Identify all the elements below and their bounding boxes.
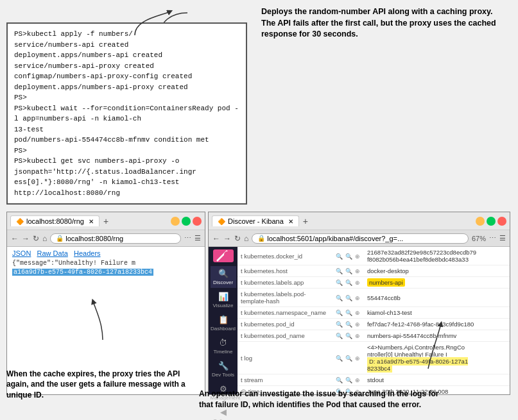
table-row: t stream 🔍 🔍 ⊕ stdout [237, 374, 510, 386]
browser-left-address-bar: ← → ↻ ⌂ 🔒 localhost:8080/rng ⋯ ☰ [7, 230, 205, 247]
sidebar-item-visualize[interactable]: 📊 Visualize [211, 289, 236, 311]
browser-left-tab-label: localhost:8080/rng [26, 217, 84, 225]
url-box-left[interactable]: 🔒 localhost:8080/rng [50, 233, 181, 244]
plus-icon-5[interactable]: ⊕ [355, 310, 360, 316]
sidebar-item-discover[interactable]: 🔍 Discover [211, 266, 236, 288]
plus-icon-8[interactable]: ⊕ [355, 355, 360, 362]
minimize-btn-left[interactable] [171, 217, 180, 226]
field-value-stream: stdout [364, 374, 510, 386]
browser-left-chrome: 🔶 localhost:8080/rng ✕ + [7, 212, 205, 230]
kibana-fields-table: t kubernetes.docker_id 🔍 🔍 ⊕ 21687e32ad8… [237, 247, 510, 394]
menu-btn-right[interactable]: ⋯ [489, 234, 496, 242]
plus-icon-2[interactable]: ⊕ [355, 268, 360, 274]
sidebar-item-devtools[interactable]: 🔧 Dev Tools [211, 358, 236, 380]
terminal-line-ps1: PS> [14, 92, 239, 103]
new-tab-btn-right[interactable]: + [303, 216, 308, 226]
close-btn-left[interactable] [193, 217, 202, 226]
terminal-line-7: PS>kubectl wait --for=condition=Containe… [14, 103, 239, 124]
field-pod-name: t kubernetes.pod_name [237, 330, 332, 342]
url-box-right[interactable]: 🔒 localhost:5601/app/kibana#/discover?_g… [252, 233, 469, 244]
magnify-icon-18[interactable]: 🔍 [345, 377, 352, 383]
magnify-icon-3[interactable]: 🔍 [336, 268, 343, 274]
tab-close-left[interactable]: ✕ [89, 218, 94, 225]
discover-icon: 🔍 [211, 269, 236, 278]
browser-right-address-bar: ← → ↻ ⌂ 🔒 localhost:5601/app/kibana#/dis… [209, 230, 510, 247]
kibana-main-content: t kubernetes.docker_id 🔍 🔍 ⊕ 21687e32ad8… [237, 247, 510, 394]
forward-btn-right[interactable]: → [223, 234, 231, 243]
terminal-line-11: ess[0].*}:8080/rng' -n kiamol-ch13-test [14, 177, 239, 188]
magnify-icon-17[interactable]: 🔍 [336, 377, 343, 383]
close-btn-right[interactable] [497, 217, 506, 226]
field-pod-hash: t kubernetes.labels.pod-template-hash [237, 289, 332, 307]
top-annotation-text: Deploys the random-number API along with… [261, 7, 496, 38]
field-value-docker-id: 21687e32ad82f29e98c57223cd8ecdb79f8082b0… [364, 247, 510, 265]
maximize-btn-right[interactable] [487, 217, 496, 226]
home-btn-left[interactable]: ⌂ [42, 234, 47, 243]
win-controls-right [476, 217, 506, 226]
terminal-line-2: service/numbers-api service/numbers-api … [14, 40, 239, 51]
browser-right-tab-label: Discover - Kibana [228, 217, 284, 225]
back-btn-left[interactable]: ← [11, 234, 19, 243]
headers-link[interactable]: Headers [74, 249, 101, 257]
field-host: t kubernetes.host [237, 265, 332, 277]
magnify-icon-13[interactable]: 🔍 [336, 333, 343, 339]
magnify-icon-5[interactable]: 🔍 [336, 280, 343, 286]
magnify-icon-14[interactable]: 🔍 [345, 333, 352, 339]
table-row: t kubernetes.labels.pod-template-hash 🔍 … [237, 289, 510, 307]
magnify-icon-11[interactable]: 🔍 [336, 321, 343, 328]
back-btn-right[interactable]: ← [212, 234, 220, 243]
sidebar-item-timeline[interactable]: ⏱ Timeline [211, 335, 236, 357]
forward-btn-left[interactable]: → [22, 234, 30, 243]
url-text-right: localhost:5601/app/kibana#/discover?_g=.… [267, 235, 403, 242]
terminal-line-4: service/numbers-api-proxy created [14, 61, 239, 72]
maximize-btn-left[interactable] [182, 217, 191, 226]
tab-close-right[interactable]: ✕ [288, 218, 293, 225]
kibana-favicon-left: 🔶 [16, 218, 24, 225]
sidebar-btn-left[interactable]: ☰ [194, 234, 201, 242]
sidebar-visualize-label: Visualize [213, 303, 234, 308]
minimize-btn-right[interactable] [476, 217, 485, 226]
plus-icon-1[interactable]: ⊕ [355, 253, 360, 260]
magnify-icon-4[interactable]: 🔍 [345, 268, 352, 274]
sidebar-btn-right[interactable]: ☰ [499, 234, 506, 242]
field-pod-id: t kubernetes.pod_id [237, 319, 332, 330]
magnify-icon-8[interactable]: 🔍 [345, 295, 352, 301]
magnify-icon-1[interactable]: 🔍 [336, 253, 343, 260]
menu-btn-left[interactable]: ⋯ [184, 234, 191, 242]
magnify-icon-12[interactable]: 🔍 [345, 321, 352, 328]
plus-icon-4[interactable]: ⊕ [355, 295, 360, 301]
kibana-favicon: 🔶 [218, 218, 225, 225]
sidebar-discover-label: Discover [213, 280, 233, 285]
svg-point-0 [224, 251, 230, 258]
magnify-icon-7[interactable]: 🔍 [336, 295, 343, 301]
terminal-line-6: deployment.apps/numbers-api-proxy create… [14, 82, 239, 93]
home-btn-right[interactable]: ⌂ [244, 234, 248, 243]
magnify-icon-2[interactable]: 🔍 [345, 253, 352, 260]
plus-icon-3[interactable]: ⊕ [355, 280, 360, 286]
field-icons-stream: 🔍 🔍 ⊕ [332, 374, 364, 386]
sidebar-devtools-label: Dev Tools [212, 372, 234, 378]
magnify-icon-10[interactable]: 🔍 [345, 310, 352, 316]
json-link[interactable]: JSON [12, 249, 31, 257]
plus-icon-7[interactable]: ⊕ [355, 333, 360, 339]
magnify-icon-16[interactable]: 🔍 [345, 355, 352, 362]
magnify-icon-6[interactable]: 🔍 [345, 280, 352, 286]
win-controls-left [171, 217, 202, 226]
magnify-icon-9[interactable]: 🔍 [336, 310, 343, 316]
devtools-icon: 🔧 [211, 361, 236, 371]
sidebar-item-dashboard[interactable]: 📋 Dashboard [211, 312, 236, 334]
field-value-labels-app: numbers-api [364, 277, 510, 289]
reload-btn-right[interactable]: ↻ [234, 234, 241, 243]
failure-id-highlight: a16a9d7b-e575-49fa-8026-127a18233bc4 [12, 269, 153, 276]
new-tab-btn-left[interactable]: + [103, 216, 108, 226]
plus-icon-9[interactable]: ⊕ [355, 377, 360, 383]
field-stream: t stream [237, 374, 332, 386]
browser-right-tab[interactable]: 🔶 Discover - Kibana ✕ [212, 215, 299, 226]
visualize-icon: 📊 [211, 292, 236, 301]
field-icons-namespace: 🔍 🔍 ⊕ [332, 307, 364, 319]
browser-left-tab[interactable]: 🔶 localhost:8080/rng ✕ [10, 215, 99, 226]
plus-icon-6[interactable]: ⊕ [355, 321, 360, 328]
reload-btn-left[interactable]: ↻ [33, 234, 39, 243]
raw-data-link[interactable]: Raw Data [37, 249, 68, 257]
magnify-icon-15[interactable]: 🔍 [336, 355, 343, 362]
